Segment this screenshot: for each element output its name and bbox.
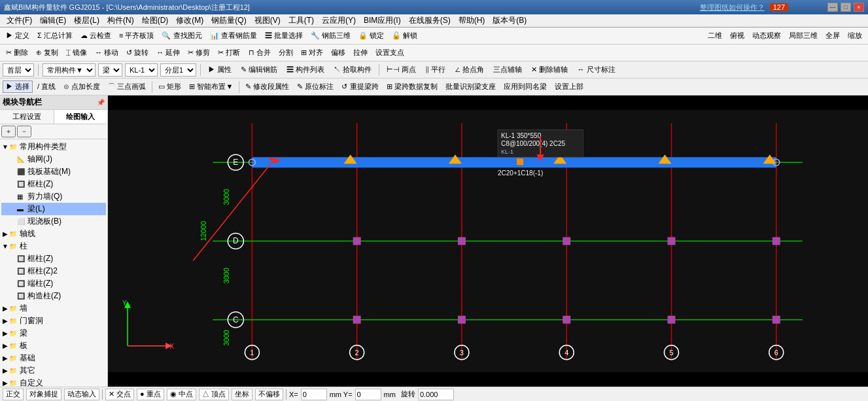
tree-node[interactable]: 🔲构造柱(Z)	[1, 290, 106, 302]
set-upper-btn[interactable]: 设置上部	[551, 80, 587, 93]
tree-node[interactable]: ▶📁板	[1, 340, 106, 352]
layer-select[interactable]: 分层1	[160, 63, 196, 77]
toolbar-btn[interactable]: Σ 汇总计算	[34, 29, 76, 42]
edit-btn[interactable]: ⊓ 合并	[245, 46, 274, 59]
collapse-all-btn[interactable]: －	[17, 126, 31, 137]
menu-item[interactable]: 文件(F)	[3, 14, 36, 27]
no-offset-toggle[interactable]: 不偏移	[255, 389, 283, 400]
menu-item[interactable]: 钢筋量(Q)	[207, 14, 250, 27]
point-length-btn[interactable]: ⊙ 点加长度	[60, 80, 103, 93]
tree-node[interactable]: ⬛筏板基础(M)	[1, 166, 106, 178]
element-select[interactable]: 梁	[98, 63, 122, 77]
dimension-btn[interactable]: ↔ 尺寸标注	[574, 63, 619, 76]
view-btn[interactable]: 动态观察	[749, 29, 784, 42]
tree-node[interactable]: ▬梁(L)	[1, 203, 106, 215]
orthogonal-toggle[interactable]: 正交	[3, 389, 24, 400]
edit-rebar-btn[interactable]: ✎ 编辑钢筋	[237, 63, 281, 76]
tree-node[interactable]: 🔲框柱(Z)	[1, 178, 106, 190]
pick-component-btn[interactable]: ↖ 拾取构件	[330, 63, 375, 76]
panel-pin[interactable]: 📌	[97, 99, 105, 106]
object-snap-toggle[interactable]: 对象捕捉	[26, 389, 61, 400]
intersection-toggle[interactable]: ✕ 交点	[105, 389, 134, 400]
two-point-btn[interactable]: ⊢⊣ 两点	[383, 63, 419, 76]
edit-btn[interactable]: ⊕ 复制	[33, 46, 61, 59]
menu-item[interactable]: 工具(T)	[285, 14, 318, 27]
view-btn[interactable]: 局部三维	[786, 29, 821, 42]
x-input[interactable]	[301, 389, 327, 400]
tree-node[interactable]: ▶📁自定义	[1, 377, 106, 387]
apply-same-name-btn[interactable]: 应用到同名梁	[500, 80, 550, 93]
view-btn[interactable]: 缩放	[844, 29, 865, 42]
midpoint-toggle[interactable]: ● 重点	[137, 389, 164, 400]
minimize-button[interactable]: —	[827, 3, 838, 12]
tree-node[interactable]: ⬜现浇板(B)	[1, 215, 106, 228]
select-btn[interactable]: ▶ 选择	[3, 80, 33, 93]
view-btn[interactable]: 全屏	[822, 29, 843, 42]
tree-node[interactable]: 🔲框柱(Z)2	[1, 265, 106, 277]
name-select[interactable]: KL-1	[125, 63, 158, 77]
view-btn[interactable]: 二维	[704, 29, 725, 42]
toolbar-btn[interactable]: 🔓 解锁	[389, 29, 421, 42]
tree-node[interactable]: 🔲端柱(Z)	[1, 277, 106, 290]
tab-drawing-input[interactable]: 绘图输入	[54, 110, 108, 124]
toolbar-btn[interactable]: 📊 查看钢筋量	[207, 29, 260, 42]
modify-segment-btn[interactable]: ✎ 修改段属性	[242, 80, 292, 93]
tree-node[interactable]: ▶📁门窗洞	[1, 315, 106, 327]
tree-node[interactable]: 🔲框柱(Z)	[1, 253, 106, 265]
toolbar-btn[interactable]: ▶ 定义	[3, 29, 33, 42]
floor-select[interactable]: 首层	[3, 63, 34, 77]
edit-btn[interactable]: ✂ 删除	[3, 46, 31, 59]
rotate-input[interactable]	[418, 389, 454, 400]
menu-item[interactable]: BIM应用(I)	[360, 14, 405, 27]
menu-item[interactable]: 绘图(D)	[138, 14, 173, 27]
delete-axis-btn[interactable]: ✕ 删除辅轴	[528, 63, 571, 76]
smart-layout-btn[interactable]: ⊞ 智能布置▼	[186, 80, 236, 93]
edit-btn[interactable]: ⌶ 镜像	[63, 46, 90, 59]
line-btn[interactable]: / 直线	[34, 80, 59, 93]
toolbar-btn[interactable]: 🔒 锁定	[355, 29, 387, 42]
edit-btn[interactable]: 分割	[275, 46, 296, 59]
edit-btn[interactable]: ⊞ 对齐	[298, 46, 326, 59]
toolbar-btn[interactable]: ☰ 批量选择	[262, 29, 306, 42]
batch-identify-btn[interactable]: 批量识别梁支座	[442, 80, 499, 93]
three-point-axis-btn[interactable]: 三点辅轴	[490, 63, 525, 76]
close-button[interactable]: ×	[854, 3, 864, 12]
tree-node[interactable]: ▶📁基础	[1, 352, 106, 364]
y-input[interactable]	[355, 389, 381, 400]
edit-btn[interactable]: ↺ 旋转	[123, 46, 152, 59]
menu-item[interactable]: 视图(V)	[251, 14, 285, 27]
menu-item[interactable]: 构件(N)	[103, 14, 138, 27]
edit-btn[interactable]: ✂ 打断	[215, 46, 243, 59]
tab-engineering-settings[interactable]: 工程设置	[0, 110, 54, 124]
in-place-mark-btn[interactable]: ✎ 原位标注	[294, 80, 337, 93]
re-lift-span-btn[interactable]: ↺ 重提梁跨	[338, 80, 381, 93]
dynamic-input-toggle[interactable]: 动态输入	[64, 389, 99, 400]
tree-node[interactable]: ▼📁常用构件类型	[1, 141, 106, 153]
pick-angle-btn[interactable]: ∠ 拾点角	[451, 63, 487, 76]
coordinate-toggle[interactable]: 坐标	[232, 389, 252, 400]
tree-node[interactable]: ▶📁其它	[1, 364, 106, 377]
edit-btn[interactable]: 偏移	[328, 46, 349, 59]
menu-item[interactable]: 版本号(B)	[489, 14, 530, 27]
tree-node[interactable]: ▶📁墙	[1, 302, 106, 315]
type-select[interactable]: 常用构件▼	[43, 63, 95, 77]
hint-text[interactable]: 整理图纸如何操作？	[700, 3, 765, 12]
property-btn[interactable]: ▶ 属性	[205, 63, 235, 76]
menu-item[interactable]: 修改(M)	[172, 14, 207, 27]
canvas-area[interactable]: 3000 3000 12000 3000 E D C 1 2 3 4	[108, 96, 868, 387]
component-list-btn[interactable]: ☰ 构件列表	[283, 63, 328, 76]
rect-btn[interactable]: ▭ 矩形	[155, 80, 184, 93]
tree-node[interactable]: ▶📁轴线	[1, 228, 106, 240]
menu-item[interactable]: 帮助(H)	[455, 14, 489, 27]
vertex-toggle[interactable]: △ 顶点	[199, 389, 229, 400]
maximize-button[interactable]: □	[841, 3, 851, 12]
toolbar-btn[interactable]: 🔍 查找图元	[158, 29, 205, 42]
edit-btn[interactable]: ↔ 延伸	[153, 46, 183, 59]
parallel-btn[interactable]: ∥ 平行	[422, 63, 449, 76]
view-btn[interactable]: 俯视	[727, 29, 748, 42]
toolbar-btn[interactable]: 🔧 钢筋三维	[307, 29, 354, 42]
menu-item[interactable]: 编辑(E)	[36, 14, 70, 27]
menu-item[interactable]: 云应用(Y)	[318, 14, 360, 27]
edit-btn[interactable]: ✂ 修剪	[184, 46, 213, 59]
tree-node[interactable]: ▶📁梁	[1, 327, 106, 340]
